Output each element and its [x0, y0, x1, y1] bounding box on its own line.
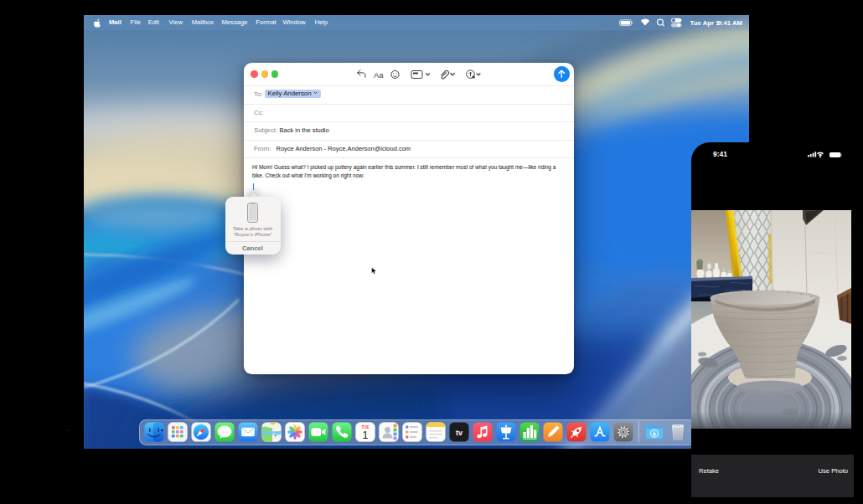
- svg-text:1: 1: [362, 429, 368, 441]
- svg-text:Aa: Aa: [374, 69, 384, 79]
- svg-text:tv: tv: [455, 429, 462, 437]
- svg-text:Tue Apr 1: Tue Apr 1: [690, 19, 721, 27]
- svg-text:9:41 AM: 9:41 AM: [718, 19, 743, 27]
